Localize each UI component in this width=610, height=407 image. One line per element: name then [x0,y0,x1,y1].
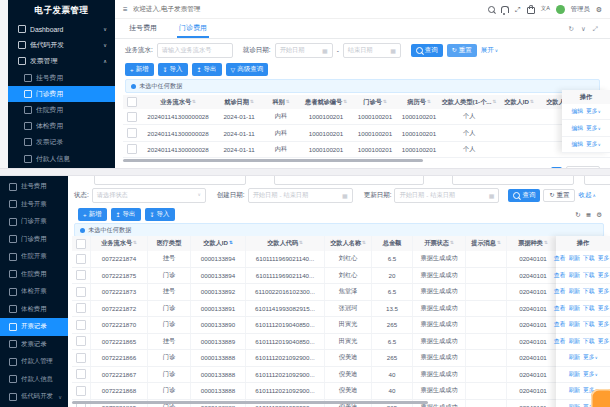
new-window-icon[interactable]: ⤢ [593,25,598,33]
sidebar-item[interactable]: 住院费用 [8,102,115,118]
status-select[interactable]: 请选择状态∨ [92,188,206,203]
sort-icon[interactable]: ⇅ [427,100,431,105]
sidebar-item[interactable]: 付款人管理 [0,353,68,371]
settings-icon[interactable]: ⚙ [596,211,602,219]
row-checkbox[interactable] [76,287,86,297]
clipped-filter-input[interactable] [452,176,574,185]
more-link[interactable]: 更多∨ [598,254,610,263]
select-all-checkbox[interactable] [127,97,137,107]
download-link[interactable]: 下载 [583,254,595,263]
gear-icon[interactable]: ⚙ [596,6,602,13]
download-link[interactable]: 下载 [583,271,595,280]
download-link[interactable]: 下载 [583,287,595,296]
sort-icon[interactable]: ⇅ [299,241,303,246]
refresh-link[interactable]: 刷新 [568,353,580,362]
refresh-icon[interactable]: ↻ [569,25,574,33]
row-checkbox[interactable] [127,128,137,138]
row-checkbox[interactable] [76,336,86,346]
toolbar-button-import[interactable]: ↧导入 [145,208,175,221]
collapse-link[interactable]: 收起∧ [578,191,595,200]
edit-link[interactable]: 编辑 [571,140,583,149]
sidebar-item[interactable]: 挂号开票 [0,196,68,214]
sidebar-item[interactable]: 付款人信息 [0,371,68,389]
view-link[interactable]: 查看 [554,320,566,329]
more-link[interactable]: 更多∨ [598,320,610,329]
sidebar-item[interactable]: 门诊费用 [0,231,68,249]
refresh-link[interactable]: 刷新 [568,403,580,407]
search-button[interactable]: 查询 [508,189,540,202]
more-link[interactable]: 更多∨ [598,337,610,346]
more-link[interactable]: 更多∨ [586,140,601,149]
end-date-input[interactable]: 结束日期▦ [343,43,401,58]
sort-icon[interactable]: ⇅ [192,100,196,105]
sort-icon[interactable]: ⇅ [544,241,548,246]
select-all-checkbox[interactable] [76,239,86,249]
refresh-link[interactable]: 刷新 [568,287,580,296]
clipped-filter-input[interactable] [274,176,424,185]
download-link[interactable]: 下载 [583,320,595,329]
sidebar-item[interactable]: 发票记录 [8,134,115,150]
scrollbar-thumb[interactable] [123,159,423,162]
sidebar-item[interactable]: 付款人信息 [8,151,115,167]
more-link[interactable]: 更多∨ [583,370,598,379]
view-link[interactable]: 查看 [554,304,566,313]
avatar[interactable] [556,5,565,14]
toolbar-button-plus[interactable]: +新增 [78,208,107,221]
sidebar-item[interactable]: 低代码开发∨ [0,388,68,406]
sort-icon[interactable]: ⇅ [250,100,254,105]
sidebar-item[interactable]: 体检费用 [0,301,68,319]
create-date-range[interactable]: 开始日期-结束日期▦ [248,188,353,203]
refresh-link[interactable]: 刷新 [568,370,580,379]
sort-icon[interactable]: ⇅ [383,100,387,105]
refresh-link[interactable]: 刷新 [568,304,580,313]
refresh-link[interactable]: 刷新 [568,320,580,329]
more-link[interactable]: 更多∨ [598,304,610,313]
row-checkbox[interactable] [76,303,86,313]
download-link[interactable]: 下载 [583,304,595,313]
clipped-filter-input[interactable] [94,176,246,185]
tab[interactable]: 门诊费用 [177,19,209,38]
sort-icon[interactable]: ⇅ [133,241,137,246]
clipped-filter-input[interactable] [584,176,610,185]
view-link[interactable]: 查看 [554,271,566,280]
row-checkbox[interactable] [76,369,86,379]
row-checkbox[interactable] [76,254,86,264]
reset-button[interactable]: ↻重置 [447,44,477,57]
update-date-range[interactable]: 开始日期-结束日期▦ [394,188,499,203]
sort-icon[interactable]: ⇅ [493,100,497,105]
sidebar-item[interactable]: 体检开票 [0,283,68,301]
translate-icon[interactable]: 文A [541,6,550,12]
menu-collapse-icon[interactable]: ≡ [123,5,128,14]
toolbar-button-export[interactable]: ↥导出 [192,63,222,76]
more-link[interactable]: 更多∨ [598,271,610,280]
sidebar-item[interactable]: 体检费用 [8,118,115,134]
refresh-link[interactable]: 刷新 [568,254,580,263]
refresh-link[interactable]: 刷新 [568,337,580,346]
sidebar-item[interactable]: 住院费用 [0,266,68,284]
toolbar-button-import[interactable]: ↧导入 [158,63,188,76]
refresh-icon[interactable]: ↻ [575,211,580,219]
toolbar-button-funnel[interactable]: ▽高级查询 [226,63,269,76]
refresh-link[interactable]: 刷新 [568,386,580,395]
refresh-link[interactable]: 刷新 [568,271,580,280]
sort-icon[interactable]: ⇅ [450,241,454,246]
view-link[interactable]: 查看 [554,337,566,346]
sort-icon[interactable]: ⇅ [530,100,534,105]
download-link[interactable]: 下载 [583,337,595,346]
sidebar-item[interactable]: 挂号费用 [8,70,115,86]
view-link[interactable]: 查看 [554,254,566,263]
row-checkbox[interactable] [76,320,86,330]
toolbar-button-export[interactable]: ↥导出 [111,208,141,221]
sidebar-item[interactable]: 发票记录 [0,336,68,354]
row-checkbox[interactable] [127,144,137,154]
sidebar-item[interactable]: 挂号费用 [0,178,68,196]
more-link[interactable]: 更多∨ [583,353,598,362]
edit-link[interactable]: 编辑 [571,124,583,133]
search-icon[interactable] [488,6,495,13]
density-icon[interactable]: ≣ [586,211,591,219]
expand-link[interactable]: 展开∨ [481,46,498,55]
edit-link[interactable]: 编辑 [571,107,583,116]
sidebar-item[interactable]: 住院开票 [0,248,68,266]
tab[interactable]: 挂号费用 [127,19,159,38]
sort-icon[interactable]: ⇅ [343,100,347,105]
